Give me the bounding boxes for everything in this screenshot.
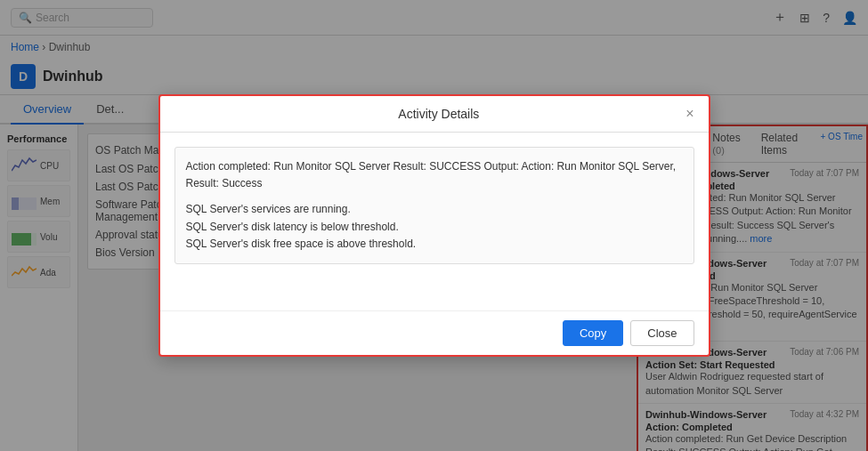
modal-overlay: Activity Details × Action completed: Run… <box>0 0 868 451</box>
modal-detail-lines: SQL Server's services are running. SQL S… <box>186 201 683 253</box>
activity-details-modal: Activity Details × Action completed: Run… <box>158 94 710 357</box>
modal-close-button[interactable]: × <box>685 107 694 121</box>
close-button[interactable]: Close <box>630 320 694 346</box>
modal-content-box: Action completed: Run Monitor SQL Server… <box>174 147 694 264</box>
modal-main-text: Action completed: Run Monitor SQL Server… <box>186 158 683 192</box>
modal-detail-line-3: SQL Server's disk free space is above th… <box>186 236 683 253</box>
modal-body: Action completed: Run Monitor SQL Server… <box>160 133 709 310</box>
modal-detail-line-2: SQL Server's disk latency is below thres… <box>186 219 683 236</box>
copy-button[interactable]: Copy <box>563 320 623 346</box>
modal-footer: Copy Close <box>160 310 709 355</box>
modal-title: Activity Details <box>192 107 686 121</box>
modal-header: Activity Details × <box>160 96 709 133</box>
modal-detail-line-1: SQL Server's services are running. <box>186 201 683 218</box>
